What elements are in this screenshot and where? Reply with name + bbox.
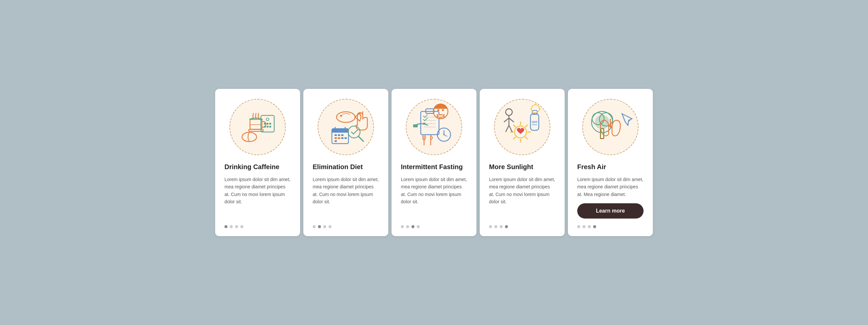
- svg-point-61: [506, 109, 512, 115]
- svg-point-9: [269, 126, 271, 128]
- svg-rect-24: [335, 140, 337, 142]
- dot: [500, 225, 503, 228]
- card-drinking-caffeine: Drinking Caffeine Lorem ipsum dolor sit …: [215, 89, 300, 236]
- svg-line-58: [514, 137, 516, 139]
- svg-rect-0: [250, 119, 262, 129]
- dot: [329, 225, 332, 228]
- cards-container: Drinking Caffeine Lorem ipsum dolor sit …: [215, 89, 653, 236]
- elimination-icon-circle: [318, 99, 374, 155]
- card-intermittent-fasting: Intermittent Fasting Lorem ipsum dolor s…: [392, 89, 476, 236]
- card-3-title: Intermittent Fasting: [401, 162, 463, 171]
- svg-point-12: [340, 115, 342, 117]
- svg-line-65: [506, 125, 509, 132]
- card-2-title: Elimination Diet: [313, 162, 363, 171]
- svg-point-71: [531, 105, 539, 113]
- card-icon-area: [401, 99, 467, 155]
- card-fresh-air: Fresh Air Lorem ipsum dolor sit dim amet…: [568, 89, 653, 236]
- dot: [406, 225, 409, 228]
- card-4-text: Lorem ipsum dolor sit dim amet, mea regi…: [489, 176, 555, 218]
- dot: [505, 225, 508, 228]
- svg-rect-51: [413, 124, 418, 127]
- card-3-dots: [401, 225, 420, 228]
- card-elimination-diet: Elimination Diet Lorem ipsum dolor sit d…: [303, 89, 388, 236]
- dot: [583, 225, 586, 228]
- svg-point-10: [242, 132, 257, 142]
- card-1-text: Lorem ipsum dolor sit dim amet, mea regi…: [224, 176, 291, 218]
- learn-more-button[interactable]: Learn more: [577, 203, 644, 218]
- svg-rect-23: [344, 137, 347, 139]
- card-4-dots: [489, 225, 508, 228]
- card-2-text: Lorem ipsum dolor sit dim amet, mea regi…: [313, 176, 379, 218]
- card-icon-area: [313, 99, 379, 155]
- svg-rect-19: [341, 134, 343, 136]
- sunlight-icon-circle: SPF: [494, 99, 550, 155]
- svg-rect-17: [335, 134, 337, 136]
- dot: [313, 225, 316, 228]
- dot: [240, 225, 243, 228]
- dot: [489, 225, 492, 228]
- dot: [411, 225, 414, 228]
- card-icon-area: SPF: [489, 99, 555, 155]
- svg-point-50: [443, 134, 444, 135]
- card-more-sunlight: SPF More Sunlight Lorem ipsum dolor sit …: [480, 89, 565, 236]
- card-1-title: Drinking Caffeine: [224, 162, 279, 171]
- dot: [235, 225, 238, 228]
- svg-point-4: [264, 123, 266, 125]
- svg-point-8: [267, 126, 269, 128]
- dot: [401, 225, 404, 228]
- svg-rect-14: [332, 129, 348, 132]
- card-1-dots: [224, 225, 243, 228]
- fasting-icon-circle: [406, 99, 462, 155]
- svg-point-6: [269, 123, 271, 125]
- svg-rect-21: [338, 137, 340, 139]
- svg-line-26: [359, 136, 363, 141]
- card-4-title: More Sunlight: [489, 162, 533, 171]
- svg-line-63: [504, 118, 509, 122]
- svg-rect-20: [335, 137, 337, 139]
- dot: [323, 225, 326, 228]
- caffeine-icon-circle: [229, 99, 286, 155]
- dot: [577, 225, 580, 228]
- svg-line-64: [509, 118, 514, 122]
- svg-rect-22: [341, 137, 343, 139]
- svg-line-56: [514, 125, 516, 127]
- svg-line-57: [526, 125, 527, 127]
- dot: [230, 225, 233, 228]
- dot: [318, 225, 321, 228]
- dot: [494, 225, 497, 228]
- svg-text:SPF: SPF: [532, 120, 538, 124]
- card-5-dots: [577, 225, 596, 228]
- fresh-air-icon-circle: [582, 99, 639, 155]
- card-3-text: Lorem ipsum dolor sit dim amet, mea regi…: [401, 176, 467, 218]
- dot: [224, 225, 227, 228]
- card-5-text: Lorem ipsum dolor sit dim amet, mea regi…: [577, 176, 644, 198]
- dot: [593, 225, 596, 228]
- dot: [588, 225, 591, 228]
- svg-point-5: [267, 123, 269, 125]
- svg-line-59: [526, 137, 527, 139]
- svg-point-3: [266, 118, 269, 121]
- card-2-dots: [313, 225, 332, 228]
- card-icon-area: [577, 99, 644, 155]
- svg-line-66: [509, 125, 512, 132]
- card-5-title: Fresh Air: [577, 162, 606, 171]
- dot: [417, 225, 420, 228]
- card-icon-area: [224, 99, 291, 155]
- svg-point-38: [437, 109, 439, 111]
- svg-rect-18: [338, 134, 340, 136]
- svg-point-39: [442, 109, 444, 111]
- svg-point-7: [264, 126, 266, 128]
